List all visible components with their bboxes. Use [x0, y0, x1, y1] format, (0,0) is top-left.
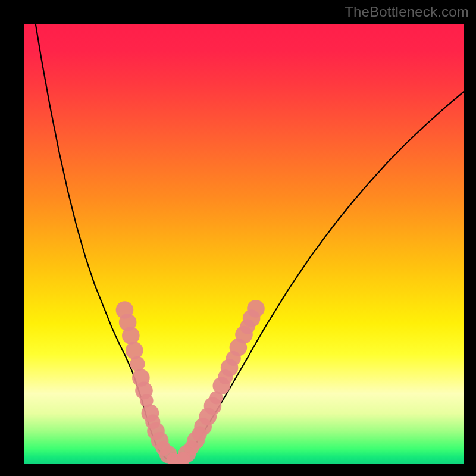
- marker-left: [130, 356, 145, 371]
- watermark-text: TheBottleneck.com: [345, 4, 469, 20]
- plot-area: [24, 24, 464, 464]
- chart-frame: TheBottleneck.com: [0, 0, 476, 476]
- marker-left: [126, 342, 143, 359]
- marker-right: [247, 300, 265, 318]
- bottleneck-curves: [24, 24, 464, 464]
- marker-left: [122, 327, 140, 345]
- curve-left-curve: [24, 24, 176, 464]
